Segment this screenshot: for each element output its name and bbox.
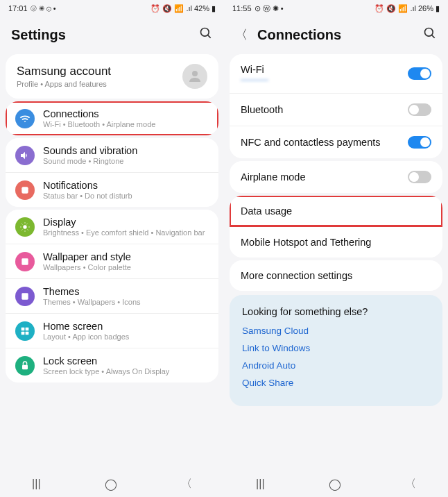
row-title: Display (43, 217, 209, 228)
connections-row-airplane-mode[interactable]: Airplane mode (230, 161, 442, 193)
nav-recent[interactable]: ||| (256, 478, 264, 490)
row-title: Lock screen (43, 355, 209, 367)
avatar[interactable] (182, 64, 207, 89)
status-left-icons: ⊙ ⓦ ✺ • (255, 3, 284, 14)
settings-row-themes[interactable]: ThemesThemes • Wallpapers • Icons (6, 278, 218, 313)
nav-recent[interactable]: ||| (32, 478, 40, 490)
row-sub: Wi-Fi • Bluetooth • Airplane mode (43, 120, 209, 128)
row-title: Airplane mode (241, 171, 306, 183)
settings-row-lock-screen[interactable]: Lock screenScreen lock type • Always On … (6, 348, 218, 382)
battery-icon: ▮ (212, 4, 216, 13)
phone-right: 11:55 ⊙ ⓦ ✺ • ⏰ 🔇 📶 .ıl 26% ▮ 〈 Connecti… (224, 0, 448, 497)
settings-row-notifications[interactable]: NotificationsStatus bar • Do not disturb (6, 172, 218, 207)
row-sub: Layout • App icon badges (43, 332, 209, 341)
row-title: Data usage (241, 205, 292, 217)
connections-row-more-connection-settings[interactable]: More connection settings (230, 260, 442, 291)
connections-group: Wi-Fi————BluetoothNFC and contactless pa… (230, 54, 442, 158)
row-title: Mobile Hotspot and Tethering (241, 237, 371, 248)
row-title: Bluetooth (241, 104, 283, 115)
status-bar: 11:55 ⊙ ⓦ ✺ • ⏰ 🔇 📶 .ıl 26% ▮ (224, 0, 448, 17)
status-battery: 26% (418, 4, 433, 12)
row-sub: Wallpapers • Color palette (43, 263, 209, 271)
row-title: Connections (43, 108, 209, 119)
settings-group: ConnectionsWi-Fi • Bluetooth • Airplane … (6, 101, 218, 135)
connections-group: Data usageMobile Hotspot and Tethering (230, 196, 442, 258)
account-title: Samsung account (17, 65, 111, 78)
account-sub: Profile • Apps and features (17, 80, 111, 88)
settings-row-sounds-and-vibration[interactable]: Sounds and vibrationSound mode • Rington… (6, 138, 218, 172)
row-title: Home screen (43, 321, 209, 332)
phone-left: 17:01 ⦾ ✺ ⊙ • ⏰ 🔇 📶 .ıl 42% ▮ Settings S… (0, 0, 224, 497)
status-right-icons: ⏰ 🔇 📶 .ıl (150, 4, 192, 13)
settings-row-wallpaper-and-style[interactable]: Wallpaper and styleWallpapers • Color pa… (6, 244, 218, 278)
settings-header: Settings (0, 17, 224, 51)
toggle[interactable] (408, 103, 431, 116)
wallpaper-icon (15, 252, 35, 271)
row-sub: Themes • Wallpapers • Icons (43, 298, 209, 306)
svg-rect-5 (21, 258, 28, 264)
battery-icon: ▮ (436, 4, 440, 13)
suggestion-link[interactable]: Quick Share (242, 378, 430, 388)
row-sub: Brightness • Eye comfort shield • Naviga… (43, 228, 209, 237)
nav-back[interactable]: 〈 (405, 477, 416, 491)
page-title: Settings (11, 27, 66, 43)
status-bar: 17:01 ⦾ ✺ ⊙ • ⏰ 🔇 📶 .ıl 42% ▮ (0, 0, 224, 17)
svg-rect-6 (21, 293, 28, 299)
row-title: Themes (43, 286, 209, 297)
row-title: Notifications (43, 180, 209, 191)
svg-rect-3 (21, 187, 28, 193)
svg-rect-11 (22, 364, 28, 369)
status-right-icons: ⏰ 🔇 📶 .ıl (374, 4, 416, 13)
suggestion-link[interactable]: Link to Windows (242, 343, 430, 353)
svg-rect-7 (21, 327, 25, 330)
row-title: Wallpaper and style (43, 251, 209, 262)
status-left-icons: ⦾ ✺ ⊙ • (31, 4, 56, 13)
back-icon[interactable]: 〈 (235, 26, 248, 43)
nav-bar: ||| ◯ 〈 (224, 471, 448, 497)
status-time: 11:55 (232, 4, 252, 12)
svg-rect-10 (26, 331, 29, 335)
svg-rect-8 (26, 327, 29, 330)
svg-rect-9 (21, 331, 25, 335)
connections-header: 〈 Connections (224, 17, 448, 51)
nav-bar: ||| ◯ 〈 (0, 471, 224, 497)
search-icon[interactable] (199, 26, 213, 43)
connections-group: Airplane mode (230, 161, 442, 193)
svg-point-4 (23, 225, 26, 228)
nav-back[interactable]: 〈 (181, 477, 192, 491)
connections-row-nfc-and-contactless-payments[interactable]: NFC and contactless payments (230, 126, 442, 158)
lock-icon (15, 356, 35, 376)
suggestions-card: Looking for something else? Samsung Clou… (230, 295, 442, 406)
connections-row-bluetooth[interactable]: Bluetooth (230, 93, 442, 126)
toggle[interactable] (408, 67, 431, 80)
suggestion-link[interactable]: Samsung Cloud (242, 326, 430, 336)
suggestion-link[interactable]: Android Auto (242, 360, 430, 371)
toggle[interactable] (408, 136, 431, 149)
row-sub: Status bar • Do not disturb (43, 192, 209, 200)
connections-row-wi-fi[interactable]: Wi-Fi———— (230, 54, 442, 93)
wifi-icon (15, 109, 35, 128)
toggle[interactable] (408, 171, 431, 183)
settings-group: Sounds and vibrationSound mode • Rington… (6, 138, 218, 207)
display-icon (15, 217, 35, 237)
svg-line-1 (208, 35, 211, 38)
search-icon[interactable] (423, 26, 437, 43)
suggestions-title: Looking for something else? (242, 306, 430, 317)
status-time: 17:01 (8, 4, 28, 12)
connections-row-mobile-hotspot-and-tethering[interactable]: Mobile Hotspot and Tethering (230, 226, 442, 258)
settings-row-connections[interactable]: ConnectionsWi-Fi • Bluetooth • Airplane … (6, 101, 218, 135)
svg-point-2 (192, 71, 198, 76)
notif-icon (15, 180, 35, 200)
row-sub: Sound mode • Ringtone (43, 157, 209, 165)
connections-row-data-usage[interactable]: Data usage (230, 196, 442, 226)
settings-row-display[interactable]: DisplayBrightness • Eye comfort shield •… (6, 210, 218, 244)
row-title: NFC and contactless payments (241, 137, 380, 148)
settings-group: DisplayBrightness • Eye comfort shield •… (6, 210, 218, 382)
home-icon (15, 321, 35, 341)
svg-point-12 (425, 28, 433, 37)
settings-row-home-screen[interactable]: Home screenLayout • App icon badges (6, 313, 218, 348)
samsung-account-card[interactable]: Samsung account Profile • Apps and featu… (6, 54, 218, 99)
nav-home[interactable]: ◯ (329, 478, 341, 491)
themes-icon (15, 287, 35, 306)
nav-home[interactable]: ◯ (105, 478, 117, 491)
